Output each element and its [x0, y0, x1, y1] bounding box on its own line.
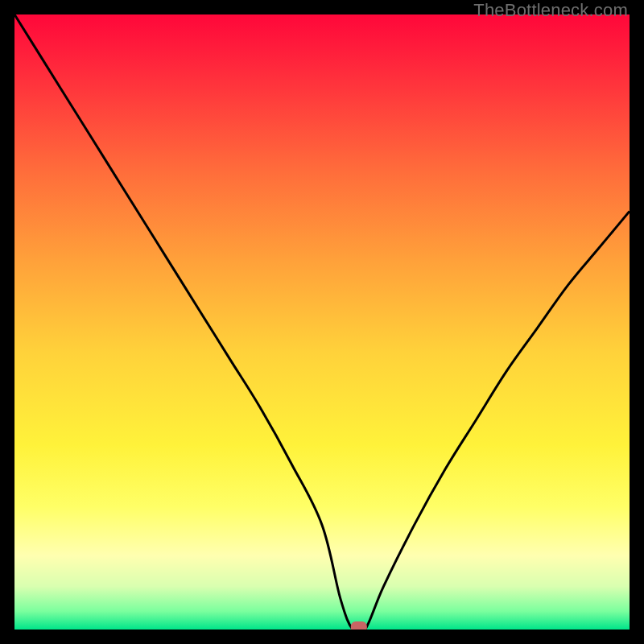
plot-area [14, 14, 630, 630]
gradient-background [14, 14, 630, 630]
minimum-marker [351, 621, 367, 630]
watermark-text: TheBottleneck.com [473, 0, 628, 21]
bottleneck-chart [14, 14, 630, 630]
chart-frame: TheBottleneck.com [0, 0, 644, 644]
